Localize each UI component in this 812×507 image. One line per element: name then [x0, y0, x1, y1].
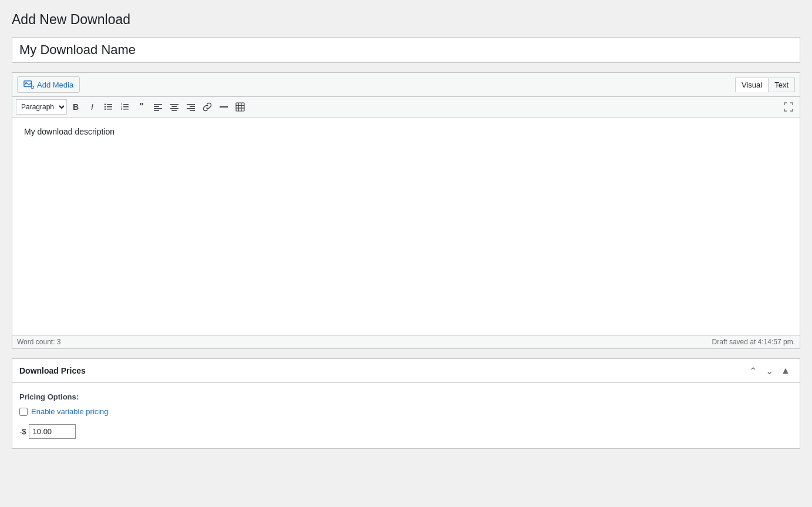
- editor-view-tabs: Visual Text: [735, 78, 795, 92]
- tab-text[interactable]: Text: [768, 78, 795, 92]
- panel-body: Pricing Options: Enable variable pricing…: [12, 383, 800, 448]
- svg-rect-12: [123, 106, 129, 108]
- svg-rect-30: [236, 103, 244, 111]
- svg-rect-23: [170, 108, 178, 109]
- svg-rect-7: [107, 109, 112, 110]
- svg-rect-22: [172, 106, 177, 108]
- editor-footer: Word count: 3 Draft saved at 4:14:57 pm.: [12, 335, 800, 348]
- editor-content[interactable]: My download description: [12, 117, 800, 335]
- editor-top-bar: Add Media Visual Text: [12, 73, 800, 97]
- svg-rect-27: [187, 108, 195, 109]
- add-media-label: Add Media: [37, 80, 73, 89]
- variable-pricing-row: Enable variable pricing: [19, 407, 793, 416]
- ordered-list-button[interactable]: 123: [117, 99, 133, 115]
- svg-point-10: [105, 109, 106, 110]
- align-left-button[interactable]: [150, 99, 166, 115]
- enable-variable-pricing-label[interactable]: Enable variable pricing: [31, 407, 109, 416]
- align-center-button[interactable]: [167, 99, 182, 115]
- svg-rect-26: [190, 106, 195, 108]
- download-title-input[interactable]: [12, 37, 800, 63]
- svg-rect-20: [154, 110, 159, 112]
- price-row: -$: [19, 424, 793, 439]
- price-input[interactable]: [29, 424, 76, 439]
- paragraph-select[interactable]: Paragraph: [16, 99, 67, 115]
- svg-rect-18: [154, 106, 159, 108]
- svg-rect-6: [107, 106, 112, 108]
- svg-rect-17: [154, 104, 162, 105]
- price-prefix: -$: [19, 427, 26, 436]
- bold-button[interactable]: B: [68, 99, 83, 115]
- download-prices-panel: Download Prices ⌃ ⌄ ▲ Pricing Options: E…: [12, 358, 800, 449]
- svg-rect-11: [123, 104, 129, 105]
- fullscreen-button[interactable]: [781, 99, 796, 115]
- svg-rect-29: [220, 106, 228, 108]
- pricing-options-label: Pricing Options:: [19, 392, 793, 401]
- page-title: Add New Download: [12, 12, 800, 28]
- tab-visual[interactable]: Visual: [735, 78, 768, 92]
- panel-collapse-down-button[interactable]: ⌄: [762, 364, 776, 378]
- add-media-button[interactable]: Add Media: [17, 76, 80, 93]
- enable-variable-pricing-checkbox[interactable]: [19, 408, 28, 416]
- word-count: Word count: 3: [17, 338, 61, 346]
- table-button[interactable]: [233, 99, 248, 115]
- horizontal-rule-button[interactable]: [216, 99, 231, 115]
- italic-button[interactable]: I: [85, 99, 100, 115]
- panel-header: Download Prices ⌃ ⌄ ▲: [12, 359, 800, 383]
- editor-wrapper: Add Media Visual Text Paragraph B I 123 …: [12, 72, 800, 349]
- panel-toggle-button[interactable]: ▲: [779, 364, 793, 378]
- svg-rect-13: [123, 109, 129, 110]
- svg-text:3: 3: [121, 108, 123, 110]
- svg-point-9: [105, 106, 106, 108]
- add-media-icon: [23, 79, 34, 90]
- link-button[interactable]: [200, 99, 215, 115]
- panel-controls: ⌃ ⌄ ▲: [746, 364, 793, 378]
- svg-rect-25: [187, 104, 195, 105]
- svg-point-8: [105, 104, 106, 105]
- svg-rect-21: [170, 104, 178, 105]
- editor-toolbar: Paragraph B I 123 ": [12, 97, 800, 117]
- unordered-list-button[interactable]: [101, 99, 116, 115]
- blockquote-button[interactable]: ": [134, 99, 149, 115]
- panel-title: Download Prices: [19, 366, 86, 375]
- panel-collapse-up-button[interactable]: ⌃: [746, 364, 760, 378]
- draft-status: Draft saved at 4:14:57 pm.: [712, 338, 795, 346]
- svg-rect-24: [172, 110, 177, 112]
- svg-rect-19: [154, 108, 162, 109]
- svg-rect-28: [190, 110, 195, 112]
- align-right-button[interactable]: [183, 99, 198, 115]
- svg-rect-5: [107, 104, 112, 105]
